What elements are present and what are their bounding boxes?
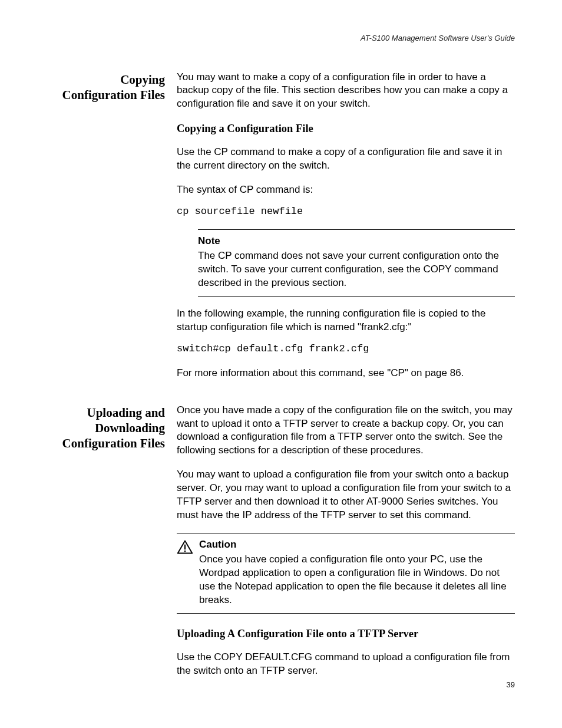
side-heading-uploading: Uploading and Downloading Configuration … bbox=[54, 404, 165, 689]
subheading-copying-file: Copying a Configuration File bbox=[177, 121, 515, 136]
paragraph: The syntax of CP command is: bbox=[177, 183, 515, 197]
caution-body: Once you have copied a configuration fil… bbox=[199, 553, 515, 607]
section-copying: Copying Configuration Files You may want… bbox=[54, 71, 515, 391]
side-heading-copying: Copying Configuration Files bbox=[54, 71, 165, 391]
svg-point-2 bbox=[184, 551, 186, 552]
paragraph: In the following example, the running co… bbox=[177, 307, 515, 334]
note-title: Note bbox=[198, 235, 515, 248]
note-block: Note The CP command does not save your c… bbox=[198, 229, 515, 297]
note-body: The CP command does not save your curren… bbox=[198, 249, 515, 290]
paragraph: Use the CP command to make a copy of a c… bbox=[177, 146, 515, 173]
subheading-uploading-tftp: Uploading A Configuration File onto a TF… bbox=[177, 627, 515, 641]
paragraph: Use the COPY DEFAULT.CFG command to uplo… bbox=[177, 651, 515, 678]
paragraph: For more information about this command,… bbox=[177, 367, 515, 380]
paragraph: You may want to upload a configuration f… bbox=[177, 468, 515, 522]
code-block: switch#cp default.cfg frank2.cfg bbox=[177, 342, 515, 356]
page-container: AT-S100 Management Software User's Guide… bbox=[0, 0, 562, 689]
caution-triangle-icon bbox=[177, 539, 193, 555]
intro-paragraph: You may want to make a copy of a configu… bbox=[177, 71, 515, 111]
body-col-1: You may want to make a copy of a configu… bbox=[177, 71, 515, 391]
running-header: AT-S100 Management Software User's Guide bbox=[54, 33, 515, 44]
caution-text: Caution Once you have copied a configura… bbox=[199, 538, 515, 607]
page-number: 39 bbox=[507, 680, 515, 690]
section-uploading: Uploading and Downloading Configuration … bbox=[54, 404, 515, 689]
body-col-2: Once you have made a copy of the configu… bbox=[177, 404, 515, 689]
intro-paragraph: Once you have made a copy of the configu… bbox=[177, 404, 515, 458]
code-block: cp sourcefile newfile bbox=[177, 205, 515, 219]
caution-title: Caution bbox=[199, 538, 515, 552]
caution-block: Caution Once you have copied a configura… bbox=[177, 533, 515, 614]
